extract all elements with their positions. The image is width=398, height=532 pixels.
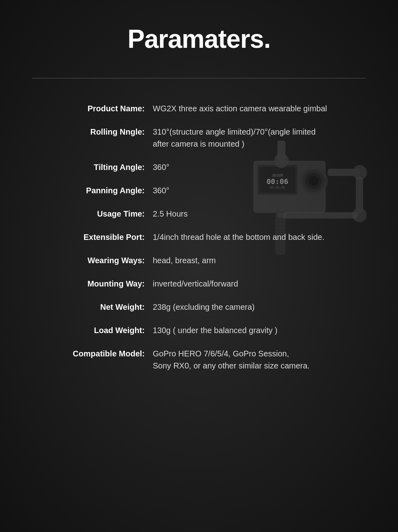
spec-row: Panning Angle:360° xyxy=(32,184,366,196)
spec-label: Product Name: xyxy=(32,102,153,115)
section-divider xyxy=(32,78,366,78)
spec-value: GoPro HERO 7/6/5/4, GoPro Session,Sony R… xyxy=(153,348,366,372)
spec-label: Tilting Angle: xyxy=(32,161,153,173)
spec-value: 310°(structure angle limited)/70°(angle … xyxy=(153,126,366,150)
spec-label: Compatible Model: xyxy=(32,348,153,360)
spec-value: WG2X three axis action camera wearable g… xyxy=(153,102,366,115)
spec-row: Rolling Nngle:310°(structure angle limit… xyxy=(32,126,366,150)
spec-row: Product Name:WG2X three axis action came… xyxy=(32,102,366,115)
spec-value: 2.5 Hours xyxy=(153,208,366,220)
page-container: Paramaters. 4K60M 00:06 00:00:06 xyxy=(0,0,398,532)
spec-value: 238g (excluding the camera) xyxy=(153,301,366,313)
spec-row: Compatible Model:GoPro HERO 7/6/5/4, GoP… xyxy=(32,348,366,372)
spec-label: Extensible Port: xyxy=(32,231,153,243)
page-title: Paramaters. xyxy=(32,24,366,62)
spec-value: 1/4inch thread hole at the bottom and ba… xyxy=(153,231,366,243)
spec-value: 360° xyxy=(153,184,366,196)
spec-row: Load Weight:130g ( under the balanced gr… xyxy=(32,324,366,336)
spec-value: inverted/vertical/forward xyxy=(153,278,366,290)
spec-value: head, breast, arm xyxy=(153,254,366,266)
spec-row: Mounting Way:inverted/vertical/forward xyxy=(32,278,366,290)
specs-container: Product Name:WG2X three axis action came… xyxy=(32,102,366,372)
spec-label: Wearing Ways: xyxy=(32,254,153,266)
spec-value: 360° xyxy=(153,161,366,173)
content-area: Product Name:WG2X three axis action came… xyxy=(32,102,366,372)
spec-label: Net Weight: xyxy=(32,301,153,313)
spec-label: Usage Time: xyxy=(32,208,153,220)
spec-label: Panning Angle: xyxy=(32,184,153,196)
spec-row: Tilting Angle:360° xyxy=(32,161,366,173)
spec-label: Mounting Way: xyxy=(32,278,153,290)
spec-value: 130g ( under the balanced gravity ) xyxy=(153,324,366,336)
spec-row: Usage Time:2.5 Hours xyxy=(32,208,366,220)
spec-row: Wearing Ways:head, breast, arm xyxy=(32,254,366,266)
spec-row: Net Weight:238g (excluding the camera) xyxy=(32,301,366,313)
spec-label: Load Weight: xyxy=(32,324,153,336)
spec-row: Extensible Port:1/4inch thread hole at t… xyxy=(32,231,366,243)
spec-label: Rolling Nngle: xyxy=(32,126,153,138)
